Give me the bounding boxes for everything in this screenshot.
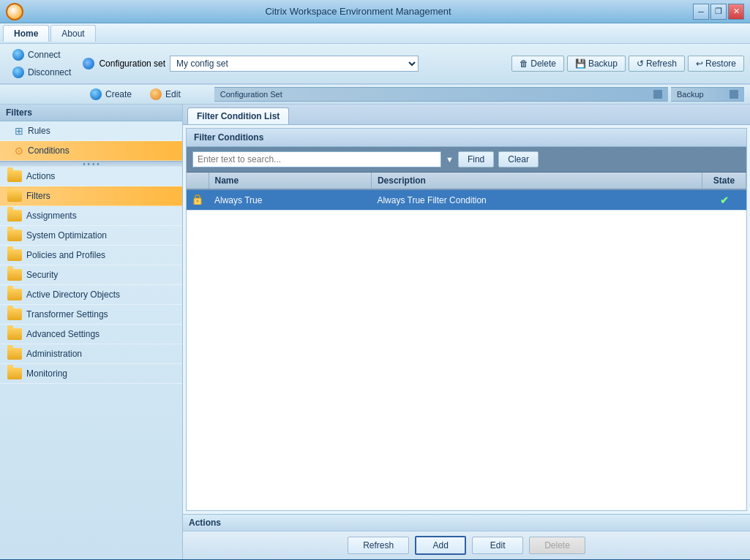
close-button[interactable]: ✕ bbox=[728, 4, 744, 20]
create-icon bbox=[89, 88, 102, 101]
administration-folder-icon bbox=[7, 348, 22, 360]
sidebar-item-actions[interactable]: Actions bbox=[0, 167, 182, 186]
toolbar-right-actions: 🗑 Delete 💾 Backup ↺ Refresh ↩ Restore bbox=[511, 56, 744, 72]
backup-toolbar-button[interactable]: 💾 Backup bbox=[567, 56, 626, 72]
sidebar-item-advanced[interactable]: Advanced Settings bbox=[0, 325, 182, 344]
title-controls: ─ ❐ ✕ bbox=[693, 4, 744, 20]
create-button[interactable]: Create bbox=[83, 86, 138, 102]
col-state: State bbox=[702, 173, 746, 189]
svg-point-1 bbox=[197, 200, 199, 203]
row-description: Always True Filter Condition bbox=[371, 189, 702, 211]
backup-section-header: Backup bbox=[671, 87, 744, 102]
backup-pin[interactable] bbox=[730, 90, 738, 99]
ad-folder-icon bbox=[7, 289, 22, 300]
advanced-label: Advanced Settings bbox=[26, 329, 100, 339]
config-set-pin[interactable] bbox=[653, 90, 662, 99]
tab-about[interactable]: About bbox=[50, 25, 95, 42]
policies-folder-icon bbox=[7, 249, 22, 261]
sidebar-item-conditions[interactable]: ⊙ Conditions bbox=[0, 141, 182, 161]
rules-icon: ⊞ bbox=[15, 125, 23, 137]
sidebar-item-rules[interactable]: ⊞ Rules bbox=[0, 121, 182, 141]
toolbar: Connect Disconnect Configuration set My … bbox=[0, 44, 750, 84]
sidebar-item-policies[interactable]: Policies and Profiles bbox=[0, 246, 182, 265]
connection-group: Connect Disconnect bbox=[6, 47, 77, 80]
tab-home[interactable]: Home bbox=[3, 25, 49, 42]
monitoring-folder-icon bbox=[7, 368, 22, 379]
connect-label: Connect bbox=[28, 50, 61, 60]
restore-button[interactable]: ❐ bbox=[710, 4, 727, 20]
row-name: Always True bbox=[209, 189, 371, 211]
conditions-table: Name Description State bbox=[187, 173, 746, 211]
conditions-label: Conditions bbox=[28, 145, 70, 156]
config-set-section: Configuration set My config set bbox=[83, 56, 506, 72]
transformer-folder-icon bbox=[7, 309, 22, 320]
refresh-icon: ↺ bbox=[637, 58, 644, 69]
col-icon bbox=[187, 173, 209, 189]
actions-bar: Actions bbox=[183, 514, 750, 531]
add-button[interactable]: Add bbox=[415, 536, 466, 555]
config-set-section-header: Configuration Set bbox=[214, 87, 668, 102]
disconnect-button[interactable]: Disconnect bbox=[6, 64, 77, 80]
actions-label: Actions bbox=[26, 171, 55, 181]
refresh-button[interactable]: Refresh bbox=[348, 537, 409, 554]
actions-folder-icon bbox=[7, 170, 22, 182]
config-label: Configuration set bbox=[99, 58, 165, 69]
clear-button[interactable]: Clear bbox=[498, 151, 539, 167]
sidebar-divider: • • • • bbox=[0, 161, 182, 167]
disconnect-icon bbox=[12, 66, 25, 79]
security-label: Security bbox=[26, 270, 58, 280]
table-container: Name Description State bbox=[187, 173, 746, 510]
restore-icon: ↩ bbox=[696, 58, 703, 69]
app-icon bbox=[6, 3, 23, 20]
table-header-row: Name Description State bbox=[187, 173, 746, 189]
lock-icon bbox=[192, 193, 203, 205]
delete-action-button[interactable]: Delete bbox=[529, 537, 585, 554]
sidebar-item-system-optimization[interactable]: System Optimization bbox=[0, 226, 182, 246]
tab-filter-condition-list[interactable]: Filter Condition List bbox=[187, 107, 289, 124]
search-input[interactable] bbox=[192, 151, 441, 167]
connect-button[interactable]: Connect bbox=[6, 47, 77, 63]
title-bar: Citrix Workspace Environment Management … bbox=[0, 0, 750, 23]
sidebar-item-transformer[interactable]: Transformer Settings bbox=[0, 305, 182, 325]
rules-label: Rules bbox=[28, 126, 50, 136]
refresh-toolbar-button[interactable]: ↺ Refresh bbox=[629, 56, 685, 72]
minimize-button[interactable]: ─ bbox=[693, 4, 709, 20]
sidebar-item-administration[interactable]: Administration bbox=[0, 344, 182, 364]
edit-icon bbox=[149, 88, 162, 101]
find-button[interactable]: Find bbox=[458, 151, 494, 167]
advanced-folder-icon bbox=[7, 328, 22, 340]
col-description: Description bbox=[371, 173, 702, 189]
transformer-label: Transformer Settings bbox=[26, 309, 108, 319]
security-folder-icon bbox=[7, 269, 22, 281]
restore-toolbar-button[interactable]: ↩ Restore bbox=[688, 56, 744, 72]
policies-label: Policies and Profiles bbox=[26, 250, 105, 260]
backup-icon: 💾 bbox=[575, 58, 586, 69]
delete-toolbar-button[interactable]: 🗑 Delete bbox=[511, 56, 564, 72]
config-icon bbox=[83, 58, 94, 69]
sidebar: Filters ⊞ Rules ⊙ Conditions • • • • Act… bbox=[0, 105, 183, 559]
edit-button[interactable]: Edit bbox=[143, 86, 187, 102]
sidebar-item-security[interactable]: Security bbox=[0, 265, 182, 285]
toolbar-create-edit: Create Edit Configuration Set Backup bbox=[0, 84, 750, 105]
system-opt-folder-icon bbox=[7, 230, 22, 241]
administration-label: Administration bbox=[26, 349, 82, 359]
menu-bar: Home About bbox=[0, 23, 750, 44]
filters-label: Filters bbox=[26, 191, 50, 201]
conditions-icon: ⊙ bbox=[15, 145, 23, 156]
content-area: Filter Condition List Filter Conditions … bbox=[183, 105, 750, 559]
assignments-label: Assignments bbox=[26, 211, 77, 221]
row-icon-cell bbox=[187, 189, 209, 211]
app-title: Citrix Workspace Environment Management bbox=[23, 6, 693, 17]
ad-label: Active Directory Objects bbox=[26, 290, 120, 300]
config-set-dropdown[interactable]: My config set bbox=[170, 56, 419, 72]
sidebar-item-filters[interactable]: Filters bbox=[0, 186, 182, 206]
sidebar-item-assignments[interactable]: Assignments bbox=[0, 206, 182, 226]
sidebar-item-active-directory[interactable]: Active Directory Objects bbox=[0, 285, 182, 305]
edit-action-button[interactable]: Edit bbox=[472, 537, 523, 554]
sidebar-item-monitoring[interactable]: Monitoring bbox=[0, 364, 182, 384]
col-name: Name bbox=[209, 173, 371, 189]
filters-section-title: Filters bbox=[0, 105, 182, 121]
disconnect-label: Disconnect bbox=[28, 67, 71, 77]
table-row[interactable]: Always True Always True Filter Condition… bbox=[187, 189, 746, 211]
delete-icon: 🗑 bbox=[520, 58, 528, 69]
